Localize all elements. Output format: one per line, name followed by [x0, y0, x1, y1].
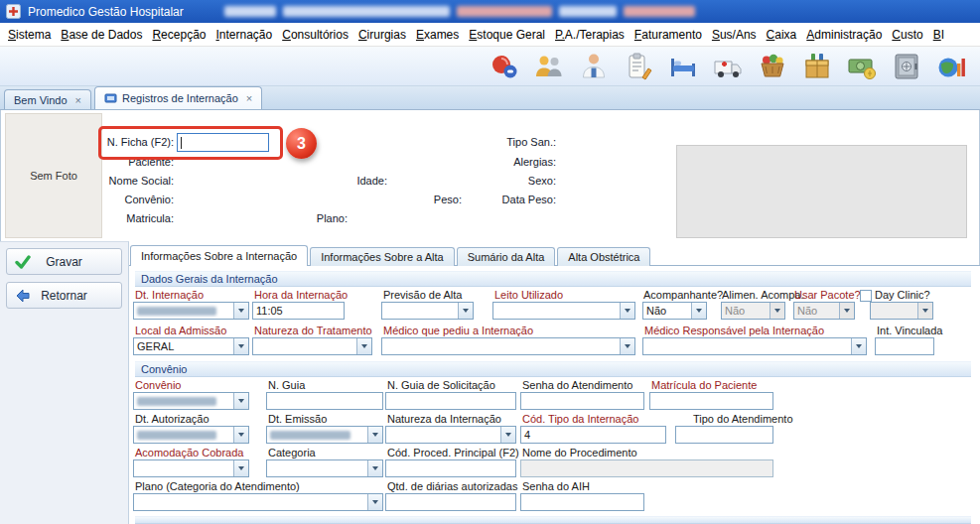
hora-internacao-input[interactable]: 11:05 [252, 302, 345, 320]
convenio-label: Convênio [135, 379, 181, 391]
tab-info-internacao[interactable]: Informações Sobre a Internação [130, 245, 308, 266]
natureza-internacao-combo[interactable] [385, 426, 516, 444]
tipo-atendimento-input[interactable] [675, 426, 773, 444]
dropdown-arrow-icon[interactable] [367, 427, 382, 443]
menu-bi[interactable]: BI [928, 24, 949, 46]
n-guia-label: N. Guia [268, 379, 305, 391]
menu-internacao[interactable]: Internação [210, 24, 277, 46]
dt-autorizacao-combo[interactable] [133, 426, 249, 444]
dropdown-arrow-icon[interactable] [233, 338, 248, 354]
next-group-header-partial [135, 516, 971, 524]
dropdown-arrow-icon[interactable] [233, 427, 248, 443]
cod-proced-principal-label: Cód. Proced. Principal (F2) [387, 447, 519, 458]
toolbar [0, 47, 980, 86]
cod-tipo-internacao-input[interactable]: 4 [520, 426, 666, 444]
tab-registros-internacao[interactable]: Registros de Internação × [94, 86, 262, 109]
dropdown-arrow-icon [770, 303, 784, 319]
close-icon[interactable]: × [246, 92, 252, 104]
dt-internacao-value-redacted [134, 303, 233, 319]
dropdown-arrow-icon[interactable] [233, 393, 248, 409]
medico-pediu-combo[interactable] [381, 337, 635, 355]
alimen-acompa-label: Alimen. Acompa. [722, 289, 804, 301]
cod-proced-principal-input[interactable] [385, 459, 516, 477]
menu-exames[interactable]: Exames [411, 24, 464, 46]
menu-faturamento[interactable]: Faturamento [630, 24, 707, 46]
matricula-paciente-input[interactable] [649, 392, 773, 410]
menu-sus-ans[interactable]: Sus/Ans [707, 24, 762, 46]
help-contact-icon[interactable] [488, 50, 521, 83]
internacao-tab-icon [104, 92, 117, 105]
dropdown-arrow-icon[interactable] [691, 303, 706, 319]
stock-icon[interactable] [800, 50, 834, 83]
hospital-bed-icon[interactable] [666, 50, 700, 83]
prescriptions-icon[interactable] [622, 50, 655, 83]
qtd-diarias-label: Qtd. de diárias autorizadas [387, 480, 517, 492]
close-icon[interactable]: × [75, 94, 81, 106]
tab-alta-obstetrica[interactable]: Alta Obstétrica [557, 247, 650, 266]
title-bar[interactable]: Promedico Gestão Hospitalar [0, 0, 980, 23]
dropdown-arrow-icon[interactable] [620, 338, 634, 354]
back-button-label: Retornar [41, 289, 87, 303]
mdi-tab-strip: Bem Vindo × Registros de Internação × [0, 86, 980, 110]
doctor-icon[interactable] [577, 50, 611, 83]
no-photo-label: Sem Foto [30, 170, 77, 182]
natureza-internacao-label: Natureza da Internação [387, 413, 501, 425]
reports-icon[interactable] [934, 50, 968, 83]
dropdown-arrow-icon[interactable] [458, 303, 473, 319]
menu-sistema[interactable]: Sistema [3, 24, 56, 46]
categoria-combo[interactable] [266, 459, 383, 477]
acomodacao-cobrada-combo[interactable] [133, 459, 249, 477]
menu-consultorios[interactable]: Consultórios [277, 24, 353, 46]
n-guia-solicitacao-input[interactable] [385, 392, 516, 410]
annotation-highlight [98, 126, 283, 160]
menu-caixa[interactable]: Caixa [762, 24, 802, 46]
plano-categoria-combo[interactable] [133, 493, 383, 511]
natureza-tratamento-combo[interactable] [252, 337, 372, 355]
medico-pediu-value [382, 338, 620, 354]
leito-utilizado-combo[interactable] [492, 302, 635, 320]
menu-cirurgias[interactable]: Cirurgias [353, 24, 411, 46]
tab-sumario-alta[interactable]: Sumário da Alta [457, 247, 556, 266]
menu-estoque-geral[interactable]: Estoque Geral [464, 24, 550, 46]
n-guia-input[interactable] [266, 392, 383, 410]
dropdown-arrow-icon[interactable] [500, 427, 515, 443]
menu-custo[interactable]: Custo [887, 24, 927, 46]
tab-info-alta[interactable]: Informações Sobre a Alta [310, 247, 455, 266]
tipo-atendimento-label: Tipo do Atendimento [693, 413, 793, 425]
patients-icon[interactable] [532, 50, 566, 83]
qtd-diarias-input[interactable] [385, 493, 516, 511]
dropdown-arrow-icon[interactable] [851, 338, 866, 354]
menu-pa-terapias[interactable]: P.A./Terapias [550, 24, 630, 46]
menu-administracao[interactable]: Administração [801, 24, 887, 46]
menu-recepcao[interactable]: Recepção [147, 24, 210, 46]
dropdown-arrow-icon[interactable] [620, 303, 634, 319]
dt-internacao-combo[interactable] [133, 302, 249, 320]
int-vinculada-input[interactable] [875, 337, 934, 355]
senha-aih-input[interactable] [520, 493, 644, 511]
local-admissao-combo[interactable]: GERAL [133, 337, 249, 355]
back-button[interactable]: Retornar [6, 282, 122, 309]
save-button[interactable]: Gravar [6, 248, 122, 275]
billing-icon[interactable] [845, 50, 879, 83]
senha-atendimento-input[interactable] [520, 392, 644, 410]
acompanhante-combo[interactable]: Não [642, 302, 707, 320]
dropdown-arrow-icon[interactable] [233, 460, 248, 476]
ambulance-icon[interactable] [711, 50, 745, 83]
convenio-combo[interactable] [133, 392, 249, 410]
menu-base-de-dados[interactable]: Base de Dados [56, 24, 147, 46]
dt-emissao-combo[interactable] [266, 426, 383, 444]
day-clinic-checkbox[interactable] [860, 290, 872, 302]
previsao-alta-value [382, 303, 458, 319]
senha-aih-label: Senha do AIH [522, 480, 590, 492]
dropdown-arrow-icon[interactable] [367, 460, 382, 476]
tab-bem-vindo[interactable]: Bem Vindo × [4, 89, 91, 109]
tipo-san-label: Tipo San.: [477, 136, 556, 148]
dropdown-arrow-icon [917, 303, 932, 319]
dropdown-arrow-icon[interactable] [356, 338, 371, 354]
previsao-alta-combo[interactable] [381, 302, 474, 320]
dropdown-arrow-icon[interactable] [233, 303, 248, 319]
safe-icon[interactable] [890, 50, 923, 83]
supplies-icon[interactable] [756, 50, 789, 83]
medico-responsavel-combo[interactable] [642, 337, 867, 355]
dropdown-arrow-icon[interactable] [367, 494, 382, 510]
